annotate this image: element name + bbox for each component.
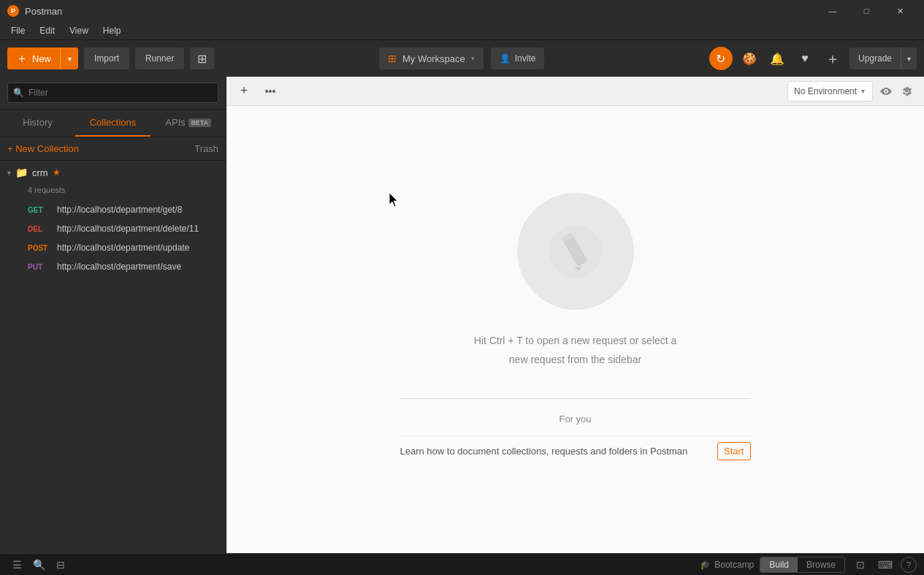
heart-button[interactable]: ♥ bbox=[794, 47, 816, 69]
sidebar-actions: + New Collection Trash bbox=[0, 137, 226, 161]
environment-label: No Environment bbox=[794, 86, 857, 96]
build-browse-group: Build Browse bbox=[760, 557, 845, 573]
runner-button[interactable]: Runner bbox=[135, 47, 184, 69]
environment-dropdown[interactable]: No Environment ▼ bbox=[787, 81, 873, 102]
statusbar: ☰ 🔍 ⊟ 🎓 Bootcamp Build Browse ⊡ ⌨ ? bbox=[0, 553, 924, 575]
menu-help[interactable]: Help bbox=[96, 24, 129, 37]
method-get-badge: GET bbox=[28, 206, 51, 214]
statusbar-right: 🎓 Bootcamp Build Browse ⊡ ⌨ ? bbox=[700, 555, 917, 574]
for-you-title: For you bbox=[400, 414, 751, 424]
tab-apis[interactable]: APIs BETA bbox=[150, 110, 226, 137]
for-you-item-text: Learn how to document collections, reque… bbox=[400, 446, 688, 457]
new-button[interactable]: ＋ New ▾ bbox=[7, 47, 78, 69]
menu-file[interactable]: File bbox=[4, 24, 32, 37]
workspace-icon: ⊞ bbox=[388, 53, 397, 64]
request-url-get: http://localhost/department/get/8 bbox=[57, 205, 182, 215]
environment-eye-button[interactable] bbox=[876, 81, 896, 102]
folder-icon: 📁 bbox=[15, 167, 28, 178]
window-controls: — □ ✕ bbox=[816, 0, 917, 22]
toolbar-right: ↻ 🍪 🔔 ♥ ＋ Upgrade ▾ bbox=[709, 47, 917, 70]
upgrade-button-label: Upgrade bbox=[849, 47, 901, 69]
minimize-button[interactable]: — bbox=[816, 0, 849, 22]
bootcamp-button[interactable]: 🎓 Bootcamp bbox=[700, 560, 754, 570]
request-url-del: http://localhost/department/delete/11 bbox=[57, 224, 199, 234]
menu-edit[interactable]: Edit bbox=[32, 24, 62, 37]
new-button-main[interactable]: ＋ New bbox=[7, 47, 60, 69]
menubar: File Edit View Help bbox=[0, 22, 924, 40]
search-status-button[interactable]: 🔍 bbox=[29, 555, 48, 574]
star-icon: ★ bbox=[53, 167, 61, 178]
layout-button[interactable]: ⊡ bbox=[851, 555, 870, 574]
build-button[interactable]: Build bbox=[760, 557, 798, 572]
tabs-bar: + ••• No Environment ▼ bbox=[226, 77, 924, 106]
sidebar-tabs: History Collections APIs BETA bbox=[0, 110, 226, 137]
import-button[interactable]: Import bbox=[84, 47, 129, 69]
filter-input[interactable] bbox=[7, 83, 218, 103]
pencil-illustration bbox=[546, 222, 605, 281]
new-collection-button[interactable]: + New Collection bbox=[7, 143, 79, 154]
search-icon: 🔍 bbox=[13, 88, 24, 98]
invite-button[interactable]: 👤 Invite bbox=[491, 47, 545, 69]
content-area: + ••• No Environment ▼ bbox=[226, 77, 924, 553]
sync-button[interactable]: ↻ bbox=[709, 47, 733, 70]
app-title: Postman bbox=[25, 6, 62, 17]
layout-switcher-button[interactable]: ⊞ bbox=[190, 47, 214, 69]
add-tab-button[interactable]: + bbox=[234, 81, 254, 102]
request-item-put[interactable]: PUT http://localhost/department/save bbox=[0, 257, 226, 276]
close-button[interactable]: ✕ bbox=[883, 0, 917, 22]
method-post-badge: POST bbox=[28, 244, 51, 252]
upgrade-button[interactable]: Upgrade ▾ bbox=[849, 47, 917, 69]
environment-settings-button[interactable] bbox=[896, 81, 917, 102]
cookie-button[interactable]: 🍪 bbox=[738, 47, 760, 69]
apis-label: APIs bbox=[165, 117, 185, 128]
beta-badge: BETA bbox=[188, 118, 211, 127]
settings-icon bbox=[901, 85, 912, 97]
start-button[interactable]: Start bbox=[717, 442, 750, 460]
workspace-label: My Workspace bbox=[402, 53, 465, 64]
console-button[interactable]: ⊟ bbox=[51, 555, 70, 574]
filter-wrapper: 🔍 bbox=[7, 83, 218, 103]
method-put-badge: PUT bbox=[28, 263, 51, 271]
maximize-button[interactable]: □ bbox=[849, 0, 883, 22]
collection-list: ▾ 📁 crm ★ 4 requests GET http://localhos… bbox=[0, 161, 226, 553]
trash-button[interactable]: Trash bbox=[194, 143, 218, 154]
plus-icon: ＋ bbox=[16, 51, 28, 66]
empty-hint-1: Hit Ctrl + T to open a new request or se… bbox=[474, 332, 677, 350]
postman-logo: P bbox=[7, 5, 19, 17]
browse-button[interactable]: Browse bbox=[798, 557, 844, 572]
caret-icon: ▾ bbox=[7, 169, 11, 177]
request-item-get[interactable]: GET http://localhost/department/get/8 bbox=[0, 200, 226, 219]
new-button-arrow[interactable]: ▾ bbox=[60, 47, 78, 69]
collection-name: crm bbox=[32, 167, 48, 178]
invite-label: Invite bbox=[515, 53, 536, 64]
keyboard-button[interactable]: ⌨ bbox=[876, 555, 895, 574]
bootcamp-label: Bootcamp bbox=[714, 560, 754, 570]
env-dropdown-arrow-icon: ▼ bbox=[860, 88, 866, 95]
collection-crm-header[interactable]: ▾ 📁 crm ★ bbox=[0, 161, 226, 184]
menu-view[interactable]: View bbox=[62, 24, 96, 37]
sidebar-search: 🔍 bbox=[0, 77, 226, 110]
tab-collections[interactable]: Collections bbox=[75, 110, 150, 137]
environment-selector: No Environment ▼ bbox=[787, 81, 917, 102]
workspace-button[interactable]: ⊞ My Workspace ▾ bbox=[379, 47, 484, 69]
add-button[interactable]: ＋ bbox=[822, 47, 844, 69]
notification-button[interactable]: 🔔 bbox=[766, 47, 788, 69]
eye-icon bbox=[880, 85, 892, 97]
more-tabs-button[interactable]: ••• bbox=[260, 81, 280, 102]
titlebar-left: P Postman bbox=[7, 5, 62, 17]
method-del-badge: DEL bbox=[28, 225, 51, 233]
sidebar: 🔍 History Collections APIs BETA + New Co… bbox=[0, 77, 226, 553]
collection-meta: 4 requests bbox=[0, 184, 226, 200]
bootcamp-icon: 🎓 bbox=[700, 560, 711, 570]
empty-state-icon bbox=[517, 193, 634, 310]
sidebar-toggle-button[interactable]: ☰ bbox=[7, 555, 26, 574]
empty-state-text: Hit Ctrl + T to open a new request or se… bbox=[474, 332, 677, 368]
invite-icon: 👤 bbox=[500, 53, 511, 64]
request-item-post[interactable]: POST http://localhost/department/update bbox=[0, 238, 226, 257]
upgrade-arrow-icon[interactable]: ▾ bbox=[901, 47, 917, 69]
tab-history[interactable]: History bbox=[0, 110, 75, 137]
empty-hint-2: new request from the sidebar bbox=[474, 351, 677, 369]
new-button-label: New bbox=[32, 53, 51, 64]
help-button[interactable]: ? bbox=[901, 557, 917, 573]
request-item-del[interactable]: DEL http://localhost/department/delete/1… bbox=[0, 219, 226, 238]
